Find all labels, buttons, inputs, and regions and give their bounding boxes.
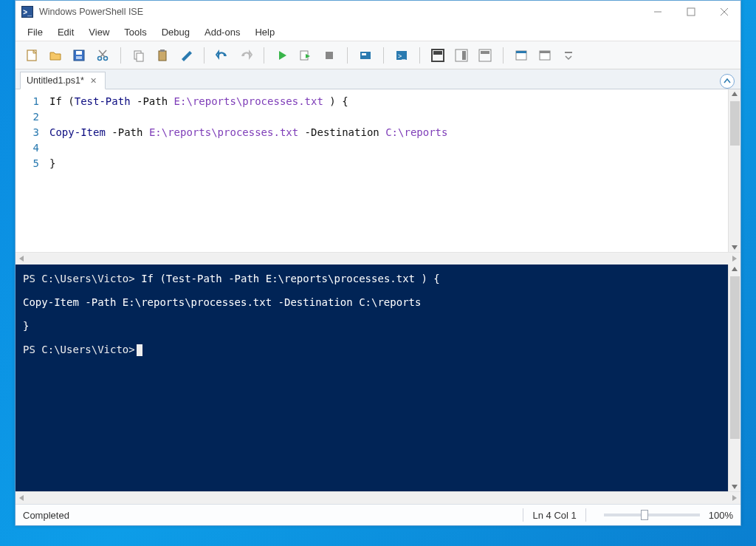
cut-button[interactable] (92, 45, 113, 66)
svg-rect-32 (565, 52, 572, 53)
svg-rect-17 (326, 52, 333, 59)
zoom-label: 100% (709, 510, 733, 521)
console-prompt: PS C:\Users\Victo> (23, 273, 141, 284)
toolbar: >_ (16, 41, 740, 69)
save-icon (72, 49, 86, 62)
menu-addons[interactable]: Add-ons (197, 24, 247, 40)
show-command-window-button[interactable] (535, 45, 555, 66)
code-editor[interactable]: If (Test-Path -Path E:\reports\processes… (47, 89, 728, 252)
toolbar-separator (503, 47, 504, 64)
console-vscrollbar[interactable] (728, 265, 740, 491)
svg-rect-27 (481, 51, 489, 54)
tab-strip: Untitled1.ps1* ✕ (16, 69, 740, 89)
menu-help[interactable]: Help (247, 24, 282, 40)
new-file-icon (25, 49, 38, 62)
chevron-down-icon (565, 50, 572, 61)
svg-rect-31 (540, 51, 550, 53)
run-button[interactable] (272, 45, 292, 66)
editor-vscrollbar[interactable] (728, 89, 740, 252)
slider-thumb-icon[interactable] (641, 510, 648, 520)
maximize-button[interactable] (674, 1, 707, 23)
clear-button[interactable] (176, 45, 196, 66)
line-number: 1 (16, 94, 39, 109)
console-hscrollbar[interactable] (16, 491, 740, 504)
console-line: } (23, 318, 721, 334)
save-button[interactable] (69, 45, 89, 66)
statusbar: Completed Ln 4 Col 1 100% (16, 504, 740, 525)
toolbar-overflow[interactable] (558, 45, 579, 66)
collapse-script-pane-button[interactable] (720, 74, 735, 89)
show-command-button[interactable] (511, 45, 532, 66)
console-line: Copy-Item -Path E:\reports\processes.txt… (23, 294, 721, 310)
copy-icon (132, 49, 145, 62)
toolbar-separator (120, 47, 121, 64)
stop-icon (323, 49, 336, 62)
toolbar-separator (204, 47, 205, 64)
show-script-pane-top-button[interactable] (427, 45, 448, 66)
minimize-button[interactable] (641, 1, 674, 23)
toolbar-separator (264, 47, 264, 64)
svg-rect-19 (362, 53, 366, 55)
close-icon (720, 7, 729, 16)
play-icon (275, 49, 289, 62)
maximize-icon (687, 7, 695, 16)
close-button[interactable] (707, 1, 740, 23)
status-separator (523, 508, 523, 522)
start-powershell-button[interactable]: >_ (391, 45, 412, 66)
menu-tools[interactable]: Tools (117, 24, 154, 40)
line-number: 5 (16, 156, 39, 171)
undo-icon (216, 49, 229, 62)
show-script-pane-max-button[interactable] (475, 45, 495, 66)
svg-rect-23 (433, 51, 442, 55)
play-selection-icon (299, 49, 312, 62)
zoom-slider[interactable] (604, 513, 700, 516)
line-number: 3 (16, 125, 39, 140)
minimize-icon (653, 7, 662, 16)
show-script-pane-right-button[interactable] (451, 45, 472, 66)
command-window-icon (538, 49, 551, 62)
menu-debug[interactable]: Debug (154, 24, 197, 40)
command-addon-icon (515, 49, 528, 62)
svg-rect-7 (76, 56, 82, 59)
svg-rect-1 (687, 8, 695, 16)
console-pane[interactable]: PS C:\Users\Victo> If (Test-Path -Path E… (16, 265, 728, 491)
chevron-up-icon (724, 78, 731, 85)
status-position: Ln 4 Col 1 (532, 510, 576, 521)
scissors-icon (96, 49, 109, 62)
undo-button[interactable] (212, 45, 233, 66)
paste-button[interactable] (152, 45, 173, 66)
powershell-icon: >_ (395, 49, 408, 62)
svg-rect-14 (159, 51, 166, 61)
svg-rect-13 (137, 53, 143, 61)
menu-file[interactable]: File (20, 24, 50, 40)
toolbar-separator (383, 47, 384, 64)
console-wrap: PS C:\Users\Victo> If (Test-Path -Path E… (16, 265, 740, 491)
redo-button[interactable] (236, 45, 256, 66)
stop-button[interactable] (319, 45, 340, 66)
folder-open-icon (49, 49, 62, 62)
pane-right-icon (455, 49, 468, 62)
editor-hscrollbar[interactable] (16, 252, 740, 265)
menu-edit[interactable]: Edit (50, 24, 81, 40)
svg-rect-25 (462, 51, 466, 60)
tab-close-button[interactable]: ✕ (89, 75, 99, 86)
clipboard-icon (156, 49, 169, 62)
editor-pane: 1 2 3 4 5 If (Test-Path -Path E:\reports… (16, 89, 740, 252)
new-button[interactable] (21, 45, 42, 66)
app-window: >_ Windows PowerShell ISE File Edit View… (15, 0, 741, 526)
menu-view[interactable]: View (81, 24, 117, 40)
menubar: File Edit View Tools Debug Add-ons Help (16, 23, 740, 41)
redo-icon (239, 49, 252, 62)
status-separator (585, 508, 586, 522)
pane-max-icon (478, 49, 492, 62)
editor-tab[interactable]: Untitled1.ps1* ✕ (20, 72, 106, 89)
tab-label: Untitled1.ps1* (27, 75, 84, 86)
line-number: 2 (16, 109, 39, 125)
line-gutter: 1 2 3 4 5 (16, 89, 47, 252)
open-button[interactable] (45, 45, 66, 66)
svg-rect-6 (76, 51, 82, 55)
copy-button[interactable] (128, 45, 149, 66)
run-selection-button[interactable] (295, 45, 316, 66)
line-number: 4 (16, 140, 39, 156)
new-remote-button[interactable] (355, 45, 376, 66)
